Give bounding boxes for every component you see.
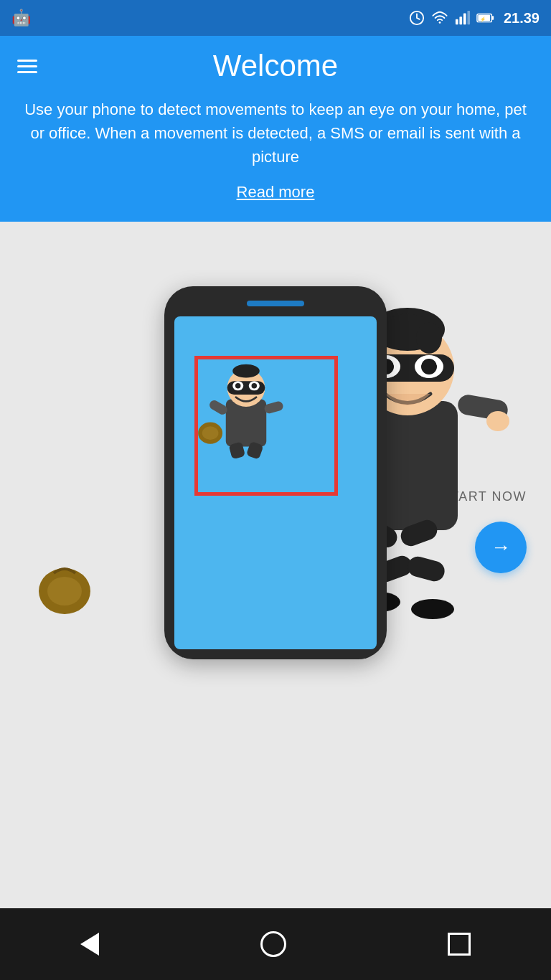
android-icon: 🤖 (11, 9, 31, 27)
nav-overview-icon (448, 933, 471, 956)
battery-icon: ⚡ (476, 10, 495, 26)
detection-rectangle (194, 356, 338, 496)
illustration (0, 243, 551, 702)
read-more-link[interactable]: Read more (17, 183, 534, 202)
phone-speaker (247, 301, 304, 306)
svg-point-11 (47, 577, 82, 606)
phone-frame (164, 286, 387, 659)
phone-screen (174, 316, 377, 649)
nav-back-button[interactable] (80, 933, 99, 956)
bag-left (36, 552, 93, 616)
nav-overview-button[interactable] (448, 933, 471, 956)
svg-point-34 (421, 359, 437, 374)
svg-rect-7 (491, 16, 494, 20)
svg-rect-5 (467, 11, 470, 24)
nav-bar (0, 908, 551, 980)
svg-rect-4 (463, 14, 466, 25)
svg-text:⚡: ⚡ (480, 16, 486, 22)
signal-icon (455, 10, 471, 26)
nav-home-icon (260, 931, 286, 957)
status-bar: 🤖 ⚡ 21.39 (0, 0, 551, 36)
svg-point-44 (411, 599, 454, 619)
nav-home-button[interactable] (260, 931, 286, 957)
status-time: 21.39 (504, 10, 540, 27)
svg-point-1 (439, 22, 441, 24)
svg-rect-3 (459, 17, 462, 24)
wifi-icon (430, 10, 449, 26)
nav-back-icon (80, 933, 99, 956)
header-title: Welcome (52, 49, 499, 83)
main-content: SKIP SETUP AND START NOW → (0, 222, 551, 702)
header-top: Welcome (17, 49, 534, 83)
status-left: 🤖 (11, 9, 31, 27)
svg-point-29 (416, 322, 442, 354)
header-description: Use your phone to detect movements to ke… (17, 98, 534, 169)
hamburger-icon[interactable] (17, 60, 37, 73)
svg-rect-2 (456, 19, 458, 24)
status-right: ⚡ 21.39 (409, 10, 540, 27)
clock-icon (409, 10, 425, 26)
svg-rect-42 (405, 555, 446, 584)
svg-point-36 (486, 411, 509, 431)
header: Welcome Use your phone to detect movemen… (0, 36, 551, 222)
